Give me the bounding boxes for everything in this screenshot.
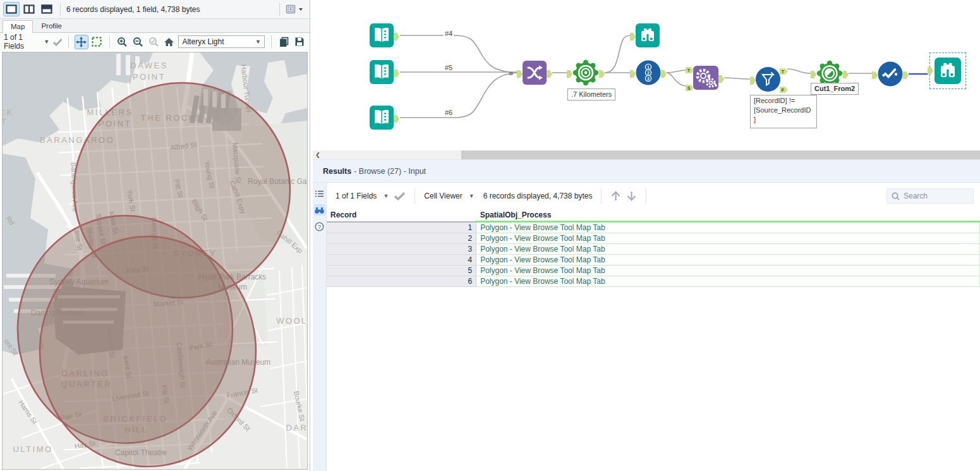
spatialobj-cell[interactable]: Polygon - View Browse Tool Map Tab bbox=[476, 255, 980, 266]
output-anchor[interactable] bbox=[903, 71, 909, 80]
chevron-down-icon[interactable]: ▼ bbox=[383, 193, 389, 199]
sydney-map[interactable]: DAWESPOINTMILLERSPOINTTHE ROCKSBARANGARO… bbox=[3, 52, 307, 469]
tool-text-input-2[interactable] bbox=[370, 60, 394, 87]
column-header-spatialobj[interactable]: SpatialObj_Process bbox=[476, 209, 980, 222]
tool-filter[interactable]: T F bbox=[756, 67, 780, 94]
tool-union[interactable]: » bbox=[523, 61, 547, 87]
basemap-style-select[interactable]: Alteryx Light ▼ bbox=[178, 35, 265, 48]
apply-check-icon[interactable] bbox=[394, 192, 406, 200]
connection-label-5[interactable]: #5 bbox=[444, 64, 454, 71]
input-anchor[interactable] bbox=[872, 71, 878, 80]
buffer-annotation[interactable]: .7 Kilometers bbox=[567, 89, 615, 101]
input-anchor[interactable] bbox=[811, 71, 816, 79]
browse-view-button[interactable] bbox=[314, 204, 325, 216]
tool-browse-top[interactable] bbox=[636, 23, 660, 50]
down-arrow-button[interactable] bbox=[626, 190, 637, 202]
table-row[interactable]: 4Polygon - View Browse Tool Map Tab bbox=[327, 255, 980, 266]
output-anchor[interactable] bbox=[843, 71, 849, 79]
output-anchor[interactable] bbox=[599, 70, 605, 78]
search-input[interactable] bbox=[904, 192, 967, 200]
zoom-out-button[interactable] bbox=[132, 35, 145, 49]
map-toolbar: 1 of 1 Fields ▼ Alte bbox=[0, 33, 310, 51]
output-anchor[interactable] bbox=[394, 115, 399, 123]
input-anchor[interactable] bbox=[517, 70, 523, 78]
tool-record-id[interactable]: 123 bbox=[636, 60, 661, 88]
spatial-process-annotation[interactable]: Cut1_From2 bbox=[811, 83, 859, 95]
canvas-hscrollbar[interactable]: ❮ bbox=[313, 150, 980, 159]
connection-label-6[interactable]: #6 bbox=[444, 109, 454, 116]
metadata-view-button[interactable] bbox=[314, 188, 325, 199]
chevron-down-icon[interactable]: ▼ bbox=[44, 39, 49, 45]
table-row[interactable]: 1Polygon - View Browse Tool Map Tab bbox=[327, 222, 980, 233]
filter-annotation[interactable]: [RecordID] != [Source_RecordID ] bbox=[750, 95, 817, 128]
record-cell[interactable]: 6 bbox=[327, 276, 476, 287]
tool-text-input-1[interactable] bbox=[370, 23, 394, 50]
pan-tool-button[interactable] bbox=[75, 35, 88, 49]
input-anchor[interactable] bbox=[750, 76, 756, 85]
spatialobj-cell[interactable]: Polygon - View Browse Tool Map Tab bbox=[476, 222, 980, 233]
spatialobj-cell[interactable]: Polygon - View Browse Tool Map Tab bbox=[476, 266, 980, 276]
zoom-full-extent-button[interactable] bbox=[163, 35, 176, 49]
table-row[interactable]: 5Polygon - View Browse Tool Map Tab bbox=[327, 266, 980, 276]
output-anchor[interactable] bbox=[547, 70, 552, 78]
input-anchor[interactable] bbox=[630, 33, 636, 41]
single-pane-button[interactable] bbox=[4, 3, 19, 16]
buffer-polygon[interactable] bbox=[40, 236, 256, 467]
record-cell[interactable]: 1 bbox=[327, 222, 476, 233]
tool-buffer[interactable] bbox=[572, 59, 599, 89]
select-area-button[interactable] bbox=[91, 35, 104, 49]
record-cell[interactable]: 5 bbox=[327, 266, 476, 276]
scrollbar-track[interactable] bbox=[323, 150, 980, 159]
record-cell[interactable]: 3 bbox=[327, 244, 476, 255]
results-title: Results bbox=[323, 167, 351, 176]
zoom-in-button[interactable] bbox=[116, 35, 129, 49]
table-row[interactable]: 6Polygon - View Browse Tool Map Tab bbox=[327, 276, 980, 287]
search-box[interactable] bbox=[886, 188, 974, 204]
output-anchor[interactable] bbox=[394, 33, 399, 41]
split-horizontal-button[interactable] bbox=[39, 3, 54, 16]
fields-dropdown[interactable]: 1 of 1 Fields bbox=[4, 33, 40, 51]
tool-macro-gears[interactable]: T S bbox=[693, 66, 718, 92]
map-view[interactable]: DAWESPOINTMILLERSPOINTTHE ROCKSBARANGARO… bbox=[0, 51, 310, 471]
table-row[interactable]: 3Polygon - View Browse Tool Map Tab bbox=[327, 244, 980, 255]
tool-text-input-3[interactable] bbox=[370, 106, 394, 132]
browse-map-panel: 6 records displayed, 1 field, 4,738 byte… bbox=[0, 0, 310, 471]
input-anchor[interactable] bbox=[928, 67, 933, 75]
results-header: Results - Browse (27) - Input bbox=[313, 160, 980, 183]
tab-profile[interactable]: Profile bbox=[33, 20, 70, 32]
spatialobj-cell[interactable]: Polygon - View Browse Tool Map Tab bbox=[476, 276, 980, 287]
record-cell[interactable]: 2 bbox=[327, 233, 476, 244]
output-anchor-true[interactable]: T bbox=[780, 68, 788, 75]
help-button[interactable]: ? bbox=[314, 221, 325, 232]
copy-icon bbox=[279, 37, 289, 47]
split-vertical-button[interactable] bbox=[21, 3, 37, 16]
output-anchor[interactable] bbox=[394, 70, 399, 78]
spatialobj-cell[interactable]: Polygon - View Browse Tool Map Tab bbox=[476, 233, 980, 244]
marquee-select-icon bbox=[92, 37, 102, 47]
column-header-record[interactable]: Record bbox=[327, 209, 476, 222]
up-arrow-button[interactable] bbox=[610, 190, 621, 202]
workflow-canvas[interactable]: #4 #5 #6 » bbox=[313, 0, 980, 150]
copy-map-button[interactable] bbox=[278, 35, 291, 49]
results-fields-dropdown[interactable]: 1 of 1 Fields bbox=[336, 192, 377, 200]
apply-check-icon[interactable] bbox=[52, 38, 62, 46]
table-row[interactable]: 2Polygon - View Browse Tool Map Tab bbox=[327, 233, 980, 244]
input-anchor[interactable] bbox=[630, 70, 636, 78]
tool-browse-selected[interactable] bbox=[929, 52, 966, 89]
output-anchor[interactable] bbox=[718, 75, 724, 83]
tool-select-check[interactable] bbox=[878, 61, 903, 89]
save-map-button[interactable] bbox=[293, 35, 306, 49]
open-new-window-button[interactable] bbox=[286, 4, 303, 14]
chevron-down-icon[interactable]: ▼ bbox=[469, 193, 475, 199]
connection-label-4[interactable]: #4 bbox=[444, 30, 454, 37]
scroll-left-button[interactable]: ❮ bbox=[313, 150, 323, 159]
output-anchor-false[interactable]: F bbox=[780, 87, 788, 93]
output-anchor[interactable] bbox=[661, 70, 667, 78]
input-anchor[interactable] bbox=[567, 70, 572, 78]
scrollbar-thumb[interactable] bbox=[461, 150, 980, 159]
cell-viewer-dropdown[interactable]: Cell Viewer bbox=[424, 192, 462, 200]
tab-map[interactable]: Map bbox=[3, 20, 33, 33]
record-cell[interactable]: 4 bbox=[327, 255, 476, 266]
spatialobj-cell[interactable]: Polygon - View Browse Tool Map Tab bbox=[476, 244, 980, 255]
zoom-selection-button[interactable] bbox=[147, 35, 160, 49]
